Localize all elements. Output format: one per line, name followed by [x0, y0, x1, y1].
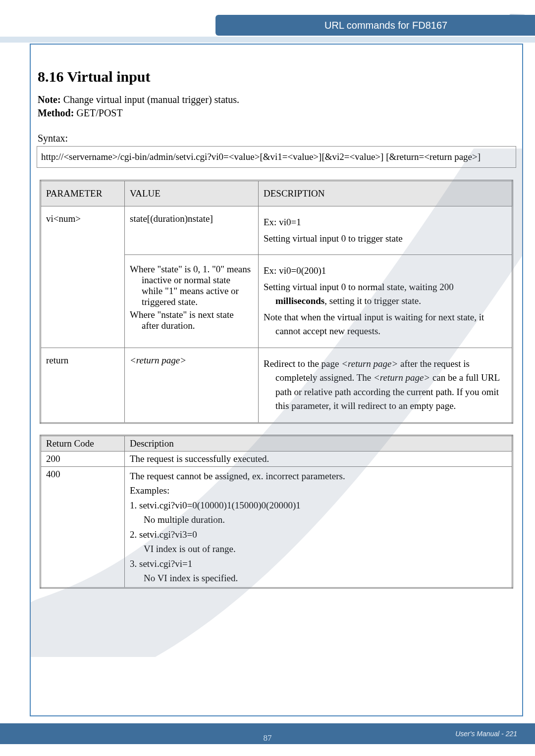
- param-cell: return: [41, 348, 125, 423]
- table-row: return <return page> Redirect to the pag…: [41, 348, 513, 423]
- desc-line: Redirect to the page <return page> after…: [264, 357, 507, 413]
- desc-line: No VI index is specified.: [130, 571, 507, 585]
- method-text: GET/POST: [74, 107, 122, 118]
- parameter-table: PARAMETER VALUE DESCRIPTION vi<num> stat…: [40, 180, 513, 424]
- desc-line: 1. setvi.cgi?vi0=0(10000)1(15000)0(20000…: [130, 498, 507, 512]
- value-cell: <return page>: [125, 348, 259, 423]
- value-line: Where "state" is 0, 1. "0" means inactiv…: [130, 264, 253, 307]
- desc-line: VI index is out of range.: [130, 542, 507, 556]
- desc-line: Examples:: [130, 483, 507, 498]
- method-label: Method:: [38, 107, 74, 118]
- table-row: vi<num> state[(duration)nstate] Ex: vi0=…: [41, 206, 513, 255]
- value-cell: state[(duration)nstate]: [125, 206, 259, 255]
- syntax-text: http://<servername>/cgi-bin/admin/setvi.…: [41, 151, 481, 162]
- col-parameter: PARAMETER: [41, 181, 125, 206]
- table-row: Return Code Description: [41, 435, 513, 451]
- footer-page-number: 87: [264, 733, 272, 743]
- return-code-table: Return Code Description 200 The request …: [40, 435, 513, 589]
- desc-cell: Ex: vi0=0(200)1 Setting virtual input 0 …: [259, 255, 513, 348]
- desc-line: Setting virtual input 0 to trigger state: [264, 232, 507, 246]
- col-return-code: Return Code: [41, 435, 125, 451]
- syntax-label: Syntax:: [38, 133, 516, 144]
- value-line: Where "nstate" is next state after durat…: [130, 309, 253, 331]
- param-cell: vi<num>: [41, 206, 125, 348]
- note-text: Change virtual input (manual trigger) st…: [61, 94, 239, 105]
- value-cell: Where "state" is 0, 1. "0" means inactiv…: [125, 255, 259, 348]
- desc-text: Setting virtual input 0 to normal state,…: [264, 282, 454, 292]
- desc-cell: Ex: vi0=1 Setting virtual input 0 to tri…: [259, 206, 513, 255]
- desc-line: Ex: vi0=0(200)1: [264, 264, 507, 278]
- table-row: 400 The request cannot be assigned, ex. …: [41, 466, 513, 588]
- desc-italic: <return page>: [374, 372, 430, 383]
- header-title: URL commands for FD8167: [324, 20, 447, 31]
- table-row: 200 The request is successfully executed…: [41, 451, 513, 466]
- desc-cell: Redirect to the page <return page> after…: [259, 348, 513, 423]
- col-description: DESCRIPTION: [259, 181, 513, 206]
- col-description: Description: [125, 435, 513, 451]
- desc-line: 3. setvi.cgi?vi=1: [130, 556, 507, 571]
- header-stripe: [0, 37, 535, 43]
- desc-line: The request cannot be assigned, ex. inco…: [130, 469, 507, 483]
- desc-line: Note that when the virtual input is wait…: [264, 310, 507, 339]
- section-heading: 8.16 Virtual input: [38, 68, 516, 85]
- note-label: Note:: [38, 94, 61, 105]
- note-line: Note: Change virtual input (manual trigg…: [38, 94, 516, 105]
- desc-italic: <return page>: [341, 358, 398, 369]
- col-value: VALUE: [125, 181, 259, 206]
- footer-manual-label: User's Manual - 221: [455, 730, 517, 738]
- footer-bar: 87 User's Manual - 221: [0, 723, 535, 744]
- desc-cell: The request cannot be assigned, ex. inco…: [125, 466, 513, 588]
- syntax-box: http://<servername>/cgi-bin/admin/setvi.…: [37, 146, 516, 168]
- code-cell: 400: [41, 466, 125, 588]
- desc-line: Setting virtual input 0 to normal state,…: [264, 280, 507, 308]
- desc-cell: The request is successfully executed.: [125, 451, 513, 466]
- table-row: PARAMETER VALUE DESCRIPTION: [41, 181, 513, 206]
- desc-line: 2. setvi.cgi?vi3=0: [130, 527, 507, 542]
- header-bar: URL commands for FD8167: [215, 15, 535, 36]
- code-cell: 200: [41, 451, 125, 466]
- content-frame: 8.16 Virtual input Note: Change virtual …: [30, 44, 523, 716]
- value-italic: <return page>: [130, 355, 186, 365]
- desc-text: , setting it to trigger state.: [324, 296, 421, 306]
- desc-bold: milliseconds: [275, 296, 324, 306]
- method-line: Method: GET/POST: [38, 107, 516, 119]
- desc-text: Redirect to the page: [264, 358, 341, 369]
- desc-line: Ex: vi0=1: [264, 215, 507, 230]
- desc-line: No multiple duration.: [130, 512, 507, 527]
